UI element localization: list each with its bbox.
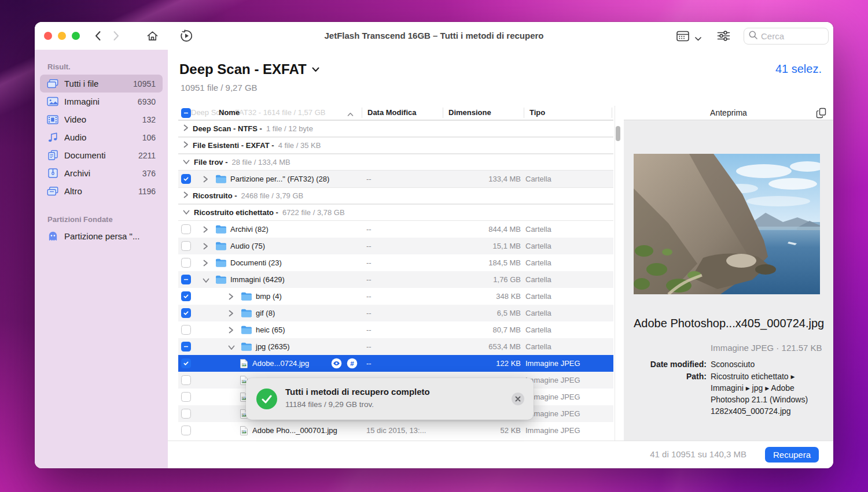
row-checkbox[interactable]	[181, 275, 191, 284]
chevron-right-icon[interactable]	[183, 124, 189, 133]
column-divider	[443, 108, 443, 118]
chevron-right-icon[interactable]	[183, 141, 189, 150]
view-options-icon[interactable]	[676, 29, 690, 43]
ghost-icon	[46, 231, 59, 242]
file-date: --	[366, 258, 372, 267]
column-header-name[interactable]: Nome	[219, 108, 240, 117]
column-header-size[interactable]: Dimensione	[448, 108, 491, 117]
table-row[interactable]: Adobe...0724.jpg#--122 KBImmagine JPEG	[178, 355, 613, 372]
folder-icon	[241, 342, 252, 352]
file-date: 15 dic 2015, 13:...	[366, 426, 426, 435]
file-type: Immagine JPEG	[525, 393, 580, 401]
close-window-button[interactable]	[44, 32, 52, 40]
table-row[interactable]: Archivi (82)--844,4 MBCartella	[178, 221, 613, 238]
chevron-right-icon[interactable]	[203, 226, 209, 232]
row-checkbox[interactable]	[181, 308, 191, 318]
chevron-right-icon[interactable]	[228, 327, 234, 333]
table-group-row[interactable]: Ricostruito - 2468 file / 3,79 GB	[178, 187, 613, 204]
back-button[interactable]	[91, 29, 105, 43]
group-name: Ricostruito etichettato -	[194, 208, 278, 217]
table-group-row[interactable]: Ricostruito etichettato - 6722 file / 3,…	[178, 204, 613, 221]
table-group-row[interactable]: Deep Scan - NTFS - 1 file / 12 byte	[178, 120, 613, 137]
filter-icon[interactable]	[716, 29, 730, 43]
sidebar-item-tutti-i-file[interactable]: Tutti i file10951	[40, 75, 163, 93]
vertical-scrollbar-thumb[interactable]	[616, 126, 620, 141]
chevron-down-icon[interactable]	[228, 343, 234, 350]
column-divider	[362, 108, 362, 118]
row-checkbox[interactable]	[181, 342, 191, 352]
folder-icon	[241, 308, 252, 318]
chevron-right-icon[interactable]	[203, 243, 209, 249]
chevron-right-icon[interactable]	[203, 176, 209, 182]
search-field[interactable]	[744, 28, 829, 45]
row-checkbox[interactable]	[181, 409, 191, 419]
file-type: Cartella	[525, 342, 551, 351]
chevron-down-icon[interactable]	[203, 276, 209, 283]
sidebar-item-count: 2211	[138, 151, 156, 160]
selection-status: 41 di 10951 su 140,3 MB	[650, 449, 746, 459]
sidebar-item-video[interactable]: Video132	[40, 110, 163, 128]
eye-badge-icon[interactable]	[331, 358, 342, 371]
chevron-right-icon[interactable]	[183, 191, 189, 200]
search-input[interactable]	[761, 31, 819, 41]
sidebar-item-lost-partition[interactable]: Partizione persa "...	[40, 227, 163, 245]
sidebar-item-audio[interactable]: Audio106	[40, 128, 163, 146]
table-row[interactable]: gif (8)--6,5 MBCartella	[178, 305, 613, 321]
forward-button[interactable]	[109, 29, 123, 43]
row-checkbox[interactable]	[181, 241, 191, 251]
toast-close-button[interactable]	[512, 393, 524, 405]
row-checkbox[interactable]	[181, 426, 191, 435]
sidebar-item-label: Immagini	[64, 97, 138, 106]
recover-button[interactable]: Recupera	[765, 447, 819, 463]
chevron-right-icon[interactable]	[228, 293, 234, 299]
sidebar-results-header: Risult.	[47, 62, 168, 71]
table-row[interactable]: Adobe Pho..._000701.jpg15 dic 2015, 13:.…	[178, 422, 613, 439]
sidebar-item-immagini[interactable]: Immagini6930	[40, 93, 163, 110]
row-checkbox[interactable]	[181, 258, 191, 268]
hash-badge-icon[interactable]: #	[347, 358, 358, 371]
select-all-checkbox[interactable]	[181, 108, 191, 118]
file-type: Cartella	[525, 309, 551, 317]
row-checkbox[interactable]	[181, 174, 191, 184]
sidebar-item-documenti[interactable]: Documenti2211	[40, 146, 163, 164]
rescan-icon[interactable]	[179, 29, 193, 43]
table-row[interactable]: bmp (4)--348 KBCartella	[178, 288, 613, 305]
chevron-down-icon[interactable]	[691, 32, 705, 46]
row-checkbox[interactable]	[181, 358, 191, 368]
row-checkbox[interactable]	[181, 392, 191, 402]
column-header-date[interactable]: Data Modifica	[367, 108, 417, 117]
sidebar-item-altro[interactable]: Altro1196	[40, 182, 163, 200]
row-checkbox[interactable]	[181, 325, 191, 335]
file-size: 1,76 GB	[433, 275, 521, 284]
sidebar-item-count: 106	[142, 133, 156, 142]
scan-title-dropdown[interactable]: Deep Scan - EXFAT	[179, 61, 319, 77]
success-check-icon	[256, 389, 277, 409]
minimize-window-button[interactable]	[58, 32, 66, 40]
column-header-type[interactable]: Tipo	[529, 108, 545, 117]
folder-icon	[215, 241, 227, 251]
table-group-row[interactable]: File Esistenti - EXFAT - 4 file / 35 KB	[178, 137, 613, 154]
row-checkbox[interactable]	[181, 224, 191, 234]
table-row[interactable]: Partizione per..." (FAT32) (28)--133,4 M…	[178, 171, 613, 187]
file-size: 653,4 MB	[433, 342, 521, 351]
row-checkbox[interactable]	[181, 291, 191, 301]
chevron-down-icon[interactable]	[183, 208, 190, 217]
sidebar-item-archivi[interactable]: Archivi376	[40, 164, 163, 182]
row-checkbox[interactable]	[181, 375, 191, 385]
zoom-window-button[interactable]	[72, 32, 80, 40]
copy-icon[interactable]	[815, 108, 826, 119]
table-row[interactable]: Immagini (6429)--1,76 GBCartella	[178, 271, 613, 288]
table-row[interactable]: Audio (75)--15,1 MBCartella	[178, 238, 613, 254]
table-row[interactable]: Documenti (23)--184,5 MBCartella	[178, 254, 613, 271]
chevron-down-icon[interactable]	[183, 158, 190, 167]
sidebar-item-label: Partizione persa "...	[64, 231, 156, 241]
panel-divider	[615, 106, 615, 441]
table-group-row[interactable]: File trov - 28 file / 133,4 MB	[178, 154, 613, 171]
file-name: Partizione per..." (FAT32) (28)	[230, 175, 329, 183]
table-row[interactable]: jpg (2635)--653,4 MBCartella	[178, 338, 613, 355]
home-icon[interactable]	[145, 29, 159, 43]
file-type: Immagine JPEG	[525, 426, 580, 435]
chevron-right-icon[interactable]	[228, 310, 234, 316]
table-row[interactable]: heic (65)--80,7 MBCartella	[178, 321, 613, 338]
chevron-right-icon[interactable]	[203, 260, 209, 266]
